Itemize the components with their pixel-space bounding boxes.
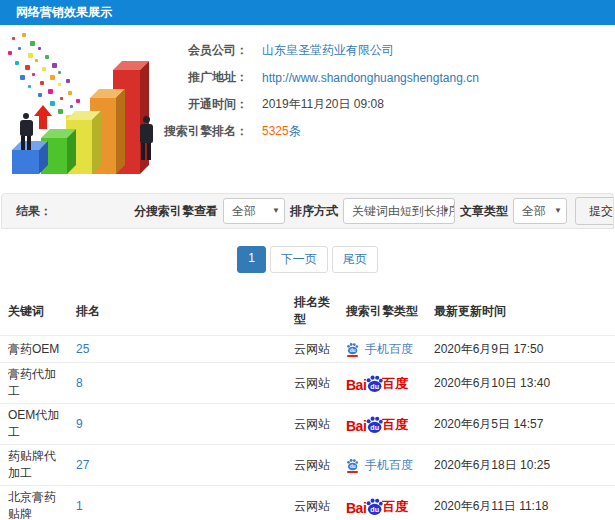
confetti-dot: [68, 91, 72, 95]
confetti-dot: [40, 81, 44, 85]
header-updated: 最新更新时间: [428, 287, 615, 336]
confetti-dot: [58, 109, 63, 114]
baidu-logo-cn: 百度: [382, 416, 408, 434]
confetti-dot: [60, 97, 63, 100]
confetti-dot: [18, 47, 21, 50]
confetti-dot: [35, 59, 38, 62]
article-type-label: 文章类型: [460, 203, 508, 220]
rank-type-cell: 云网站: [288, 445, 340, 486]
engine-filter-select[interactable]: 全部 ▼: [223, 198, 285, 224]
header-engine-type: 搜索引擎类型: [340, 287, 428, 336]
updated-cell: 2020年6月5日 14:57: [428, 404, 615, 445]
table-row: 药贴牌代加工27云网站du手机百度2020年6月18日 10:25: [0, 445, 615, 486]
red-underline: [347, 471, 358, 473]
confetti-dot: [58, 71, 61, 74]
baidu-logo-cn: 百度: [382, 498, 408, 516]
svg-text:du: du: [350, 348, 356, 353]
engine-filter-value: 全部: [232, 204, 256, 218]
baidu-logo-bai: Bai: [346, 377, 366, 393]
page-title: 网络营销效果展示: [16, 5, 112, 19]
baidu-logo: Baidu百度: [346, 374, 408, 393]
rank-type-cell: 云网站: [288, 363, 340, 404]
rank-type-cell: 云网站: [288, 336, 340, 363]
header-rank: 排名: [70, 287, 288, 336]
engine-rank-field: 搜索引擎排名： 5325条: [158, 118, 615, 145]
marketing-report-page: 网络营销效果展示 会员公司： 山东皇圣堂药业有限公司 推广地址： http://…: [0, 0, 615, 520]
confetti-dot: [28, 85, 31, 88]
rank-link[interactable]: 1: [76, 499, 83, 513]
keyword-cell: 药贴牌代加工: [0, 445, 70, 486]
filter-bar: 结果： 分搜索引擎查看 全部 ▼ 排序方式 关键词由短到长排序 ▼ 文章类型 全…: [1, 193, 614, 229]
open-time-value: 2019年11月20日 09:08: [262, 96, 384, 113]
submit-button[interactable]: 提交: [575, 197, 614, 225]
confetti-dot: [25, 65, 30, 70]
article-type-value: 全部: [522, 204, 546, 218]
header-rank-type: 排名类型: [288, 287, 340, 336]
baidu-paw-icon: du: [346, 458, 359, 471]
mobile-baidu-label: 手机百度: [365, 457, 413, 474]
rank-cell: 9: [70, 404, 288, 445]
confetti-dot: [50, 75, 55, 80]
sort-filter-select[interactable]: 关键词由短到长排序 ▼: [343, 198, 455, 224]
mobile-baidu-paw-icon: du: [346, 458, 359, 473]
keyword-cell: 膏药OEM: [0, 336, 70, 363]
sort-filter-value: 关键词由短到长排序: [352, 204, 455, 218]
confetti-dot: [32, 73, 35, 76]
company-link[interactable]: 山东皇圣堂药业有限公司: [262, 42, 394, 59]
updated-cell: 2020年6月18日 10:25: [428, 445, 615, 486]
confetti-dot: [76, 99, 80, 103]
keyword-cell: OEM代加工: [0, 404, 70, 445]
mobile-baidu-label: 手机百度: [365, 341, 413, 358]
engine-cell: Baidu百度: [340, 486, 428, 520]
confetti-dot: [52, 63, 57, 68]
updated-cell: 2020年6月9日 17:50: [428, 336, 615, 363]
company-field: 会员公司： 山东皇圣堂药业有限公司: [158, 37, 615, 64]
keyword-cell: 膏药代加工: [0, 363, 70, 404]
engine-cell: du手机百度: [340, 445, 428, 486]
updated-cell: 2020年6月11日 11:18: [428, 486, 615, 520]
updated-cell: 2020年6月10日 13:40: [428, 363, 615, 404]
open-time-field: 开通时间： 2019年11月20日 09:08: [158, 91, 615, 118]
mobile-baidu-logo: du手机百度: [346, 341, 413, 358]
top-header-bar: 网络营销效果展示: [0, 0, 615, 25]
confetti-dot: [20, 75, 25, 80]
engine-rank-value: 5325条: [262, 123, 301, 140]
article-type-select[interactable]: 全部 ▼: [513, 198, 567, 224]
rank-cell: 8: [70, 363, 288, 404]
up-arrow-icon: [34, 105, 52, 129]
confetti-dot: [28, 53, 33, 58]
header-keyword: 关键词: [0, 287, 70, 336]
table-header-row: 关键词 排名 排名类型 搜索引擎类型 最新更新时间: [0, 287, 615, 336]
rank-link[interactable]: 9: [76, 417, 83, 431]
table-row: 北京膏药贴牌1云网站Baidu百度2020年6月11日 11:18: [0, 486, 615, 520]
rank-cell: 25: [70, 336, 288, 363]
bar-chart-bar: [12, 150, 39, 174]
promo-url-link[interactable]: http://www.shandonghuangshengtang.cn: [262, 71, 479, 85]
rank-link[interactable]: 8: [76, 376, 83, 390]
engine-filter-label: 分搜索引擎查看: [134, 203, 218, 220]
pagination: 1 下一页 尾页: [0, 246, 615, 273]
svg-text:du: du: [371, 505, 380, 513]
svg-text:du: du: [350, 464, 356, 469]
rank-cell: 27: [70, 445, 288, 486]
svg-text:du: du: [371, 423, 380, 431]
page-1-button[interactable]: 1: [237, 246, 266, 273]
rank-link[interactable]: 27: [76, 458, 89, 472]
confetti-dot: [66, 79, 70, 83]
last-page-button[interactable]: 尾页: [332, 246, 378, 273]
filter-controls: 分搜索引擎查看 全部 ▼ 排序方式 关键词由短到长排序 ▼ 文章类型 全部 ▼ …: [129, 197, 614, 225]
mobile-baidu-logo: du手机百度: [346, 457, 413, 474]
confetti-dot: [38, 47, 41, 50]
rank-type-cell: 云网站: [288, 486, 340, 520]
baidu-logo-bai: Bai: [346, 500, 366, 516]
businessman-figure: [137, 116, 155, 160]
table-row: 膏药OEM25云网站du手机百度2020年6月9日 17:50: [0, 336, 615, 363]
rank-link[interactable]: 25: [76, 342, 89, 356]
baidu-paw-icon: du: [346, 342, 359, 355]
next-page-button[interactable]: 下一页: [270, 246, 328, 273]
engine-cell: Baidu百度: [340, 363, 428, 404]
baidu-logo-bai: Bai: [346, 418, 366, 434]
growth-chart-graphic: [0, 27, 190, 185]
red-underline: [347, 355, 358, 357]
info-section: 会员公司： 山东皇圣堂药业有限公司 推广地址： http://www.shand…: [0, 25, 615, 193]
